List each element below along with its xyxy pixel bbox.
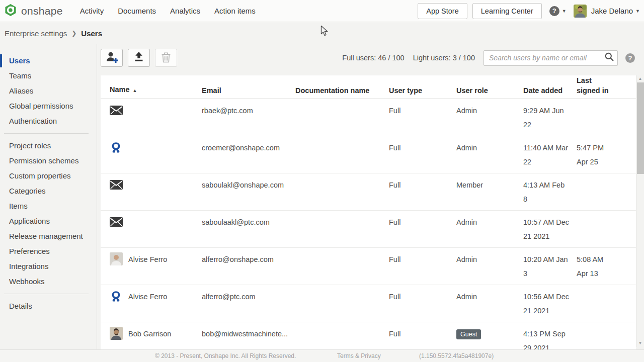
cell-text: Admin	[456, 218, 477, 226]
help-menu-caret-icon[interactable]: ▼	[562, 9, 567, 14]
sidebar-item-items[interactable]: Items	[0, 199, 97, 214]
cell-text: Admin	[456, 255, 477, 263]
sidebar-item-preferences[interactable]: Preferences	[0, 244, 97, 259]
app-store-button[interactable]: App Store	[418, 3, 467, 19]
sidebar-item-label: Webhooks	[9, 277, 45, 286]
table-row[interactable]: saboulaakl@ptc.comFullAdmin10:57 AM Dec …	[101, 211, 636, 248]
table-row[interactable]: rbaek@ptc.comFullAdmin9:29 AM Jun 22	[101, 99, 636, 136]
column-header-date-added[interactable]: Date added	[523, 85, 577, 100]
sidebar-item-aliases[interactable]: Aliases	[0, 83, 97, 99]
search-input[interactable]	[484, 54, 601, 62]
user-avatar[interactable]	[574, 5, 587, 18]
table-scrollbar[interactable]: ▲ ▼	[636, 75, 644, 347]
sidebar-item-integrations[interactable]: Integrations	[0, 259, 97, 274]
column-header-email[interactable]: Email	[202, 85, 295, 100]
sidebar-item-label: Details	[9, 302, 32, 310]
sidebar-item-custom-properties[interactable]: Custom properties	[0, 168, 97, 184]
upload-icon	[133, 51, 144, 64]
sidebar-item-applications[interactable]: Applications	[0, 214, 97, 229]
breadcrumb-chevron-icon: ❯	[71, 30, 76, 37]
sidebar-item-categories[interactable]: Categories	[0, 184, 97, 199]
cell-text: 4:13 PM Sep 29 2021	[523, 330, 566, 352]
learning-center-button[interactable]: Learning Center	[472, 3, 542, 19]
cell-text: rbaek@ptc.com	[202, 107, 253, 115]
users-help-icon[interactable]: ?	[625, 53, 635, 63]
sidebar-item-label: Global permissions	[9, 102, 73, 110]
user-type-cell: Full	[389, 136, 456, 173]
column-header-name[interactable]: Name▲	[101, 84, 202, 100]
sidebar-item-permission-schemes[interactable]: Permission schemes	[0, 153, 97, 168]
user-type-cell: Full	[389, 285, 456, 322]
user-role-cell: Admin	[456, 211, 523, 247]
sidebar-item-label: Items	[9, 202, 28, 210]
sidebar-item-details[interactable]: Details	[0, 299, 97, 314]
onshape-logo[interactable]: onshape	[4, 4, 63, 19]
sidebar-item-webhooks[interactable]: Webhooks	[0, 274, 97, 289]
sidebar-item-label: Users	[9, 56, 30, 65]
cell-text: Admin	[456, 144, 477, 152]
date-added-cell: 10:20 AM Jan 3	[523, 248, 577, 285]
column-header-user-role[interactable]: User role	[456, 85, 523, 100]
sidebar-item-label: Teams	[9, 71, 31, 80]
search-button[interactable]	[601, 51, 617, 65]
trash-icon	[161, 51, 171, 65]
last-signed-in-cell: 5:08 AM Apr 13	[577, 248, 622, 285]
delete-user-button[interactable]	[155, 49, 177, 67]
column-header-last-signed-in[interactable]: Last signed in	[577, 75, 622, 100]
user-menu-caret-icon[interactable]: ▼	[635, 9, 640, 14]
help-menu-icon[interactable]: ?	[549, 6, 559, 16]
user-type-cell: Full	[389, 173, 456, 210]
scroll-up-icon[interactable]: ▲	[636, 75, 644, 82]
table-row[interactable]: Alvise Ferroalferro@onshape.comFullAdmin…	[101, 248, 636, 285]
cell-text: 10:57 AM Dec 21 2021	[523, 218, 569, 240]
email-cell: saboulaakl@ptc.com	[202, 211, 295, 247]
navbar-right: App Store Learning Center ? ▼ Jake Delan…	[413, 3, 640, 19]
cell-text: Full	[389, 255, 400, 263]
user-type-cell: Full	[389, 248, 456, 285]
table-row[interactable]: saboulakl@onshape.comFullMember4:13 AM F…	[101, 173, 636, 211]
sidebar-item-authentication[interactable]: Authentication	[0, 114, 97, 129]
user-menu-name[interactable]: Jake Delano	[591, 7, 633, 15]
nav-item-action-items[interactable]: Action items	[207, 0, 263, 22]
sidebar-item-project-roles[interactable]: Project roles	[0, 138, 97, 153]
user-photo-avatar	[110, 252, 123, 265]
sidebar-item-teams[interactable]: Teams	[0, 68, 97, 83]
import-users-button[interactable]	[128, 49, 150, 67]
sidebar-item-label: Integrations	[9, 262, 48, 270]
user-name-text: Alvise Ferro	[128, 290, 167, 304]
cell-text: Full	[389, 293, 400, 301]
breadcrumb-parent-link[interactable]: Enterprise settings	[5, 29, 67, 38]
scroll-down-icon[interactable]: ▼	[636, 340, 644, 347]
user-role-cell: Member	[456, 173, 523, 210]
column-header-label: Email	[202, 86, 221, 95]
table-row[interactable]: croemer@onshape.comFullAdmin11:40 AM Mar…	[101, 136, 636, 173]
sidebar-item-global-permissions[interactable]: Global permissions	[0, 99, 97, 114]
add-user-button[interactable]	[101, 49, 123, 67]
users-table: Name▲EmailDocumentation nameUser typeUse…	[101, 75, 636, 349]
date-added-cell: 10:57 AM Dec 21 2021	[523, 211, 577, 247]
email-cell: saboulakl@onshape.com	[202, 173, 295, 210]
user-name-text: Alvise Ferro	[128, 252, 167, 266]
envelope-icon	[110, 215, 123, 228]
nav-item-analytics[interactable]: Analytics	[163, 0, 207, 22]
sidebar-item-release-management[interactable]: Release management	[0, 229, 97, 244]
terms-privacy-link[interactable]: Terms & Privacy	[337, 350, 381, 362]
table-row[interactable]: Alvise Ferroalferro@ptc.comFullAdmin10:5…	[101, 285, 636, 322]
documentation-name-cell	[295, 173, 389, 210]
cell-text: saboulaakl@ptc.com	[202, 218, 270, 226]
sidebar-item-users[interactable]: Users	[0, 53, 97, 68]
nav-item-activity[interactable]: Activity	[73, 0, 111, 22]
column-header-documentation-name[interactable]: Documentation name	[295, 85, 389, 100]
nav-item-documents[interactable]: Documents	[111, 0, 163, 22]
default-avatar-icon	[110, 290, 123, 303]
user-photo-avatar	[110, 327, 123, 340]
cell-text: Full	[389, 107, 400, 115]
sidebar-item-label: Release management	[9, 232, 83, 240]
last-signed-in-cell: 5:47 PM Apr 25	[577, 136, 622, 173]
email-cell: alferro@ptc.com	[202, 285, 295, 322]
cell-text: 11:40 AM Mar 22	[523, 144, 568, 166]
cell-text: 4:13 AM Feb 8	[523, 181, 565, 203]
onshape-logo-icon	[4, 4, 17, 19]
column-header-user-type[interactable]: User type	[389, 85, 456, 100]
scrollbar-thumb[interactable]	[637, 82, 644, 174]
